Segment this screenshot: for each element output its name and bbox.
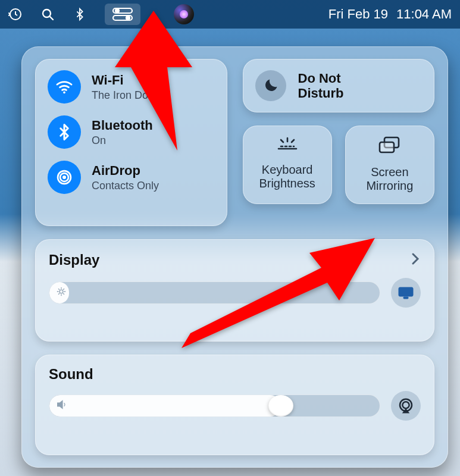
bluetooth-icon[interactable] bbox=[48, 115, 81, 149]
menu-bar-datetime[interactable]: Fri Feb 19 11:04 AM bbox=[328, 7, 452, 22]
svg-rect-14 bbox=[403, 297, 408, 299]
airdrop-subtitle: Contacts Only bbox=[92, 180, 159, 192]
airdrop-row[interactable]: AirDrop Contacts Only bbox=[48, 161, 215, 194]
moon-icon bbox=[255, 70, 286, 101]
svg-point-1 bbox=[43, 10, 51, 17]
bluetooth-subtitle: On bbox=[92, 134, 153, 147]
svg-rect-13 bbox=[399, 287, 413, 296]
svg-point-7 bbox=[62, 176, 66, 179]
svg-point-16 bbox=[402, 402, 409, 408]
volume-icon bbox=[55, 398, 68, 414]
bluetooth-row[interactable]: Bluetooth On bbox=[48, 115, 215, 149]
keyboard-brightness-icon bbox=[275, 136, 300, 156]
sound-title: Sound bbox=[49, 366, 93, 383]
menu-bar: Fri Feb 19 11:04 AM bbox=[0, 0, 460, 29]
airplay-audio-button[interactable] bbox=[391, 391, 421, 421]
bluetooth-menu-icon[interactable] bbox=[73, 7, 87, 21]
screen-mirroring-label: Screen Mirroring bbox=[366, 165, 413, 193]
airdrop-icon[interactable] bbox=[48, 161, 81, 194]
svg-rect-11 bbox=[380, 142, 394, 152]
brightness-low-icon bbox=[55, 286, 67, 300]
display-title: Display bbox=[49, 252, 99, 268]
dnd-title: Do Not Disturb bbox=[298, 71, 344, 101]
connectivity-tile[interactable]: Wi-Fi The Iron Dome Bluetooth On bbox=[35, 59, 227, 226]
wifi-row[interactable]: Wi-Fi The Iron Dome bbox=[48, 70, 215, 104]
menu-bar-date: Fri Feb 19 bbox=[328, 7, 388, 22]
right-column: Do Not Disturb Keyboard Brightness bbox=[243, 59, 435, 226]
display-device-button[interactable] bbox=[391, 278, 421, 308]
wifi-title: Wi-Fi bbox=[92, 73, 163, 88]
bluetooth-title: Bluetooth bbox=[92, 118, 153, 133]
spotlight-search-icon[interactable] bbox=[40, 7, 55, 21]
sound-tile[interactable]: Sound bbox=[35, 355, 434, 455]
chevron-right-icon[interactable] bbox=[410, 250, 421, 270]
sound-slider[interactable] bbox=[49, 394, 380, 417]
svg-point-3 bbox=[115, 9, 119, 12]
svg-point-6 bbox=[63, 91, 65, 93]
do-not-disturb-tile[interactable]: Do Not Disturb bbox=[243, 59, 435, 112]
wifi-icon[interactable] bbox=[48, 70, 81, 104]
display-slider[interactable] bbox=[49, 281, 380, 304]
menu-bar-status-icons bbox=[8, 4, 194, 25]
siri-icon[interactable] bbox=[174, 4, 194, 24]
time-machine-icon[interactable] bbox=[8, 7, 23, 21]
wifi-subtitle: The Iron Dome bbox=[92, 89, 163, 102]
screen-mirroring-tile[interactable]: Screen Mirroring bbox=[345, 126, 434, 204]
svg-point-5 bbox=[126, 16, 130, 20]
display-tile[interactable]: Display bbox=[35, 239, 434, 342]
keyboard-brightness-tile[interactable]: Keyboard Brightness bbox=[243, 126, 332, 204]
keyboard-brightness-label: Keyboard Brightness bbox=[259, 163, 315, 190]
control-center-panel: Wi-Fi The Iron Dome Bluetooth On bbox=[21, 46, 448, 468]
screen-mirroring-icon bbox=[377, 136, 403, 158]
svg-point-12 bbox=[60, 290, 63, 293]
control-center-menu-icon[interactable] bbox=[105, 4, 140, 25]
airdrop-title: AirDrop bbox=[92, 163, 159, 178]
menu-bar-time: 11:04 AM bbox=[396, 7, 452, 22]
